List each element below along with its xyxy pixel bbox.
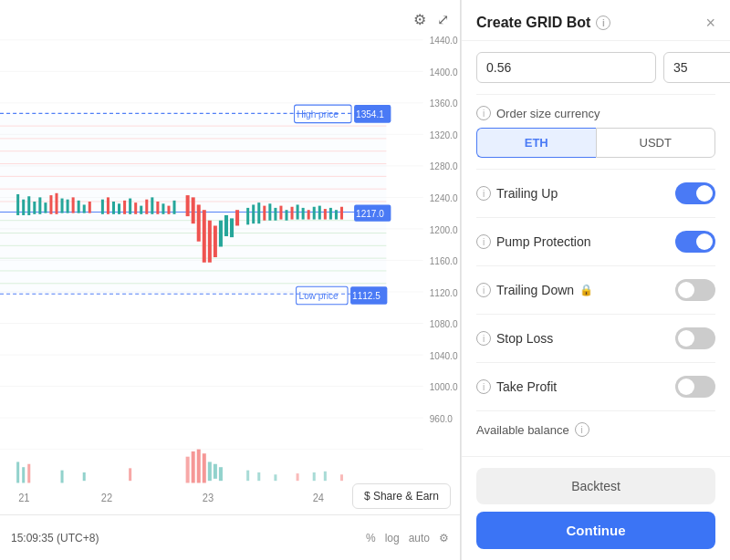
trailing-up-toggle[interactable] (675, 182, 715, 204)
svg-text:1400.0: 1400.0 (430, 66, 458, 78)
close-button[interactable]: × (705, 15, 715, 31)
trailing-up-slider (675, 182, 715, 204)
expand-button[interactable]: ⤢ (435, 9, 451, 30)
svg-text:1217.0: 1217.0 (356, 208, 384, 220)
svg-rect-57 (89, 202, 91, 213)
backtest-button[interactable]: Backtest (476, 468, 715, 504)
eth-button[interactable]: ETH (476, 128, 596, 158)
pump-protection-toggle[interactable] (675, 231, 715, 253)
order-size-info-icon[interactable]: i (476, 106, 491, 120)
svg-rect-80 (230, 218, 234, 237)
panel-footer: Backtest Continue (462, 456, 730, 560)
chart-bottom-bar: 15:09:35 (UTC+8) % log auto ⚙ (0, 514, 460, 560)
trailing-down-text: Trailing Down (496, 283, 574, 297)
svg-rect-72 (186, 195, 190, 216)
svg-text:1000.0: 1000.0 (430, 381, 458, 393)
chart-toolbar: ⚙ ⤢ (412, 9, 451, 30)
trailing-down-toggle[interactable] (675, 279, 715, 301)
svg-rect-82 (246, 208, 249, 224)
take-profit-row: i Take Profit (476, 363, 715, 411)
svg-rect-114 (257, 472, 260, 481)
order-size-text: Order size currency (496, 107, 600, 120)
svg-rect-107 (192, 451, 195, 483)
svg-text:1120.0: 1120.0 (430, 286, 458, 298)
svg-rect-117 (313, 472, 316, 481)
svg-rect-109 (203, 453, 206, 482)
svg-text:Low price: Low price (299, 289, 339, 301)
continue-button[interactable]: Continue (476, 512, 715, 549)
take-profit-toggle[interactable] (675, 376, 715, 398)
svg-text:1440.0: 1440.0 (430, 35, 458, 47)
title-info-icon[interactable]: i (596, 16, 610, 30)
svg-rect-87 (274, 208, 276, 221)
percent-toggle[interactable]: % (366, 532, 376, 544)
svg-rect-52 (61, 199, 64, 213)
svg-rect-90 (291, 207, 294, 220)
svg-rect-77 (214, 225, 217, 257)
svg-rect-96 (324, 209, 327, 220)
svg-rect-104 (83, 472, 86, 481)
trailing-down-info-icon[interactable]: i (476, 283, 491, 297)
svg-rect-55 (78, 201, 80, 213)
settings-button[interactable]: ⚙ (412, 9, 428, 30)
input-field-2[interactable] (663, 52, 730, 83)
balance-info-icon[interactable]: i (575, 422, 589, 437)
svg-rect-64 (134, 202, 137, 214)
pump-protection-info-icon[interactable]: i (476, 234, 491, 249)
svg-rect-86 (268, 203, 271, 220)
stop-loss-toggle[interactable] (675, 327, 715, 349)
svg-rect-119 (340, 474, 343, 481)
stop-loss-label: i Stop Loss (476, 331, 553, 346)
svg-rect-99 (340, 207, 343, 220)
trailing-up-info-icon[interactable]: i (476, 186, 491, 201)
svg-text:1160.0: 1160.0 (430, 254, 458, 266)
pump-protection-slider (675, 231, 715, 253)
chart-area: 1440.0 1400.0 1360.0 1320.0 1280.0 1240.… (0, 0, 460, 514)
svg-rect-92 (302, 208, 305, 220)
svg-rect-95 (318, 206, 321, 220)
svg-rect-83 (252, 204, 255, 223)
svg-text:960.0: 960.0 (430, 412, 453, 424)
svg-rect-67 (151, 197, 153, 213)
svg-rect-53 (67, 200, 69, 213)
usdt-button[interactable]: USDT (596, 128, 716, 158)
trailing-down-lock-icon: 🔒 (579, 284, 593, 296)
pump-protection-text: Pump Protection (496, 234, 591, 249)
svg-rect-93 (308, 210, 310, 219)
svg-rect-85 (263, 206, 266, 221)
auto-toggle[interactable]: auto (409, 532, 430, 544)
svg-rect-108 (197, 450, 201, 483)
svg-rect-69 (162, 203, 164, 214)
svg-rect-60 (112, 202, 115, 214)
svg-text:23: 23 (203, 491, 214, 504)
take-profit-label: i Take Profit (476, 379, 557, 394)
order-size-label: i Order size currency (476, 95, 715, 128)
svg-text:1112.5: 1112.5 (352, 289, 381, 301)
svg-rect-73 (192, 197, 195, 223)
svg-rect-66 (145, 200, 148, 214)
svg-rect-106 (186, 457, 190, 483)
chart-controls: % log auto ⚙ (366, 532, 449, 544)
balance-row: Available balance i (476, 411, 715, 448)
svg-rect-49 (44, 202, 47, 213)
take-profit-info-icon[interactable]: i (476, 379, 491, 394)
svg-rect-113 (246, 471, 249, 482)
svg-rect-111 (214, 464, 217, 479)
svg-rect-50 (49, 195, 52, 214)
svg-text:24: 24 (313, 491, 325, 504)
stop-loss-slider (675, 327, 715, 349)
svg-rect-58 (101, 200, 104, 214)
svg-rect-103 (61, 471, 64, 483)
svg-rect-61 (118, 203, 120, 214)
settings-icon[interactable]: ⚙ (439, 532, 449, 544)
svg-rect-88 (279, 206, 282, 220)
input-field-1[interactable] (476, 52, 656, 83)
share-earn-button[interactable]: $ Share & Earn (352, 483, 451, 509)
svg-rect-112 (219, 467, 223, 481)
svg-rect-89 (285, 210, 287, 221)
trailing-up-row: i Trailing Up (476, 170, 715, 218)
svg-rect-63 (129, 199, 131, 214)
svg-rect-97 (329, 208, 332, 220)
stop-loss-info-icon[interactable]: i (476, 331, 491, 346)
log-toggle[interactable]: log (385, 532, 400, 544)
